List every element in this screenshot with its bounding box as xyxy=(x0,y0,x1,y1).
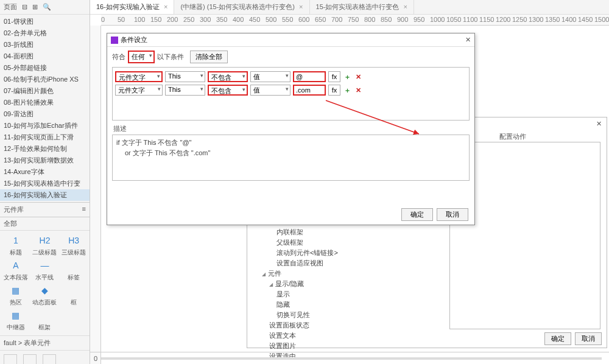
lib-menu-icon[interactable]: ≡ xyxy=(82,205,86,214)
widget-label: 中继器 xyxy=(7,323,25,332)
bottom-icon-3[interactable] xyxy=(43,354,56,364)
pages-tab[interactable]: 页面 xyxy=(4,2,17,12)
tree-item[interactable]: 01-饼状图 xyxy=(0,16,90,27)
dialog-close-icon[interactable]: ✕ xyxy=(465,36,471,44)
tree-item[interactable]: 12-手绘效果如何绘制 xyxy=(0,143,90,155)
action-tree-item[interactable]: 设置自适应视图 xyxy=(255,258,443,268)
clear-all-button[interactable]: 清除全部 xyxy=(190,51,228,63)
operator-select[interactable]: 不包含 xyxy=(208,85,248,96)
widget-item[interactable]: ▦热区 xyxy=(2,284,29,307)
widget-lib-label: 元件库 xyxy=(4,205,24,214)
bottom-icon-2[interactable] xyxy=(23,354,37,364)
conditions-area: 元件文字This不包含值fx＋✕元件文字This不包含值fx＋✕ xyxy=(112,67,470,121)
tree-item[interactable]: 03-折线图 xyxy=(0,39,90,51)
close-icon[interactable]: ✕ xyxy=(596,120,602,128)
action-tree-item[interactable]: 显示/隐藏 xyxy=(255,279,443,289)
match-mode-select[interactable]: 任何 xyxy=(128,51,155,63)
tab[interactable]: 16-如何实现输入验证 × xyxy=(90,0,174,14)
panel-ok-button[interactable]: 确定 xyxy=(544,332,571,345)
target-select[interactable]: This xyxy=(165,85,205,96)
widget-icon xyxy=(65,259,82,271)
bottom-icon-1[interactable] xyxy=(4,354,17,364)
ruler-mark: 850 xyxy=(381,16,392,23)
tab-close-icon[interactable]: × xyxy=(299,3,303,10)
desc-line-2: or 文字于 This 不包含 ".com" xyxy=(116,148,465,158)
operator-select[interactable]: 不包含 xyxy=(208,71,248,82)
widget-icon: — xyxy=(36,259,53,271)
collapse-icon[interactable]: ⊟ xyxy=(22,3,27,11)
action-tree-item[interactable]: 设置面板状态 xyxy=(255,320,443,331)
action-tree-item[interactable]: 显示 xyxy=(255,289,443,299)
widget-icon xyxy=(65,309,82,321)
widget-item[interactable]: ◆动态面板 xyxy=(32,284,58,307)
widget-filter[interactable]: 全部 xyxy=(0,217,90,231)
search-icon[interactable]: 🔍 xyxy=(43,3,51,11)
tree-item[interactable]: 06-绘制手机壳iPhone XS xyxy=(0,74,90,85)
fx-button[interactable]: fx xyxy=(328,71,340,82)
action-tree-item[interactable]: 设置图片 xyxy=(255,341,443,351)
tree-item[interactable]: 09-雷达图 xyxy=(0,108,90,120)
widget-item[interactable]: 标签 xyxy=(60,259,87,282)
status-bar: 0 xyxy=(90,352,609,364)
match-row: 符合 任何 以下条件 清除全部 xyxy=(107,47,474,67)
widget-item[interactable]: ▦中继器 xyxy=(2,309,29,332)
tree-item[interactable]: 14-Axure字体 xyxy=(0,166,90,178)
action-tree-item[interactable]: 元件 xyxy=(255,268,443,279)
widget-item[interactable]: 1标题 xyxy=(2,234,29,257)
widget-label: 标签 xyxy=(68,273,80,282)
ruler-mark: 350 xyxy=(216,16,227,23)
action-tree-item[interactable]: 隐藏 xyxy=(255,299,443,310)
dialog-titlebar[interactable]: 条件设立 ✕ xyxy=(107,33,474,47)
panel-cancel-button[interactable]: 取消 xyxy=(575,332,602,345)
widget-item[interactable]: A文本段落 xyxy=(2,259,29,282)
tree-item[interactable]: 15-如何实现表格选中行变 xyxy=(0,178,90,189)
field-select[interactable]: 元件文字 xyxy=(115,71,163,82)
action-tree-item[interactable]: 设置文本 xyxy=(255,331,443,341)
add-page-icon[interactable]: ⊞ xyxy=(32,3,38,11)
delete-row-icon[interactable]: ✕ xyxy=(354,86,362,94)
tree-item[interactable]: 02-合并单元格 xyxy=(0,27,90,39)
tree-item[interactable]: 10-如何与添加Echar插件 xyxy=(0,120,90,131)
tab[interactable]: 15-如何实现表格选中行变色 × xyxy=(310,0,414,14)
widget-item[interactable]: 框架 xyxy=(32,309,58,332)
tab-close-icon[interactable]: × xyxy=(164,3,167,10)
tab[interactable]: (中继器) (15-如何实现表格选中行变色) × xyxy=(174,0,309,14)
delete-row-icon[interactable]: ✕ xyxy=(354,73,362,81)
scrollbar-track[interactable] xyxy=(101,357,602,360)
widget-lib-header[interactable]: 元件库≡ xyxy=(0,202,90,217)
action-tree-item[interactable]: 切换可见性 xyxy=(255,310,443,320)
action-tree-item[interactable]: 内联框架 xyxy=(255,227,443,237)
breadcrumb[interactable]: fault > 表单元件 xyxy=(0,335,90,351)
widget-item[interactable]: H2二级标题 xyxy=(32,234,58,257)
dialog-cancel-button[interactable]: 取消 xyxy=(437,208,468,221)
fx-button[interactable]: fx xyxy=(328,85,340,96)
widget-item[interactable]: —水平线 xyxy=(32,259,58,282)
widget-label: 框 xyxy=(71,298,77,307)
action-tree-item[interactable]: 滚动到元件<锚链接> xyxy=(255,248,443,258)
tree-item[interactable]: 16-如何实现输入验证 xyxy=(0,189,90,201)
action-tree-item[interactable]: 父级框架 xyxy=(255,237,443,248)
tree-item[interactable]: 05-外部超链接 xyxy=(0,62,90,74)
dialog-ok-button[interactable]: 确定 xyxy=(401,208,433,221)
type-select[interactable]: 值 xyxy=(250,85,290,96)
tree-item[interactable]: 11-如何实现页面上下滑 xyxy=(0,131,90,143)
add-row-icon[interactable]: ＋ xyxy=(343,86,352,95)
tree-item[interactable]: 08-图片轮播效果 xyxy=(0,97,90,108)
tab-close-icon[interactable]: × xyxy=(403,3,407,10)
widget-label: 动态面板 xyxy=(32,298,57,307)
field-select[interactable]: 元件文字 xyxy=(115,85,163,96)
match-prefix: 符合 xyxy=(112,52,125,61)
tree-item[interactable]: 07-编辑图片颜色 xyxy=(0,85,90,97)
tree-item[interactable]: 04-面积图 xyxy=(0,51,90,62)
widget-item[interactable] xyxy=(60,309,87,332)
add-row-icon[interactable]: ＋ xyxy=(343,72,352,82)
value-input[interactable] xyxy=(293,71,326,82)
type-select[interactable]: 值 xyxy=(250,71,290,82)
tree-item[interactable]: 13-如何实现新增数据效 xyxy=(0,155,90,166)
widget-icon: 1 xyxy=(7,234,24,247)
value-input[interactable] xyxy=(293,85,326,96)
target-select[interactable]: This xyxy=(165,71,205,82)
widget-item[interactable]: H3三级标题 xyxy=(60,234,87,257)
match-suffix: 以下条件 xyxy=(157,52,184,61)
widget-item[interactable]: 框 xyxy=(60,284,87,307)
